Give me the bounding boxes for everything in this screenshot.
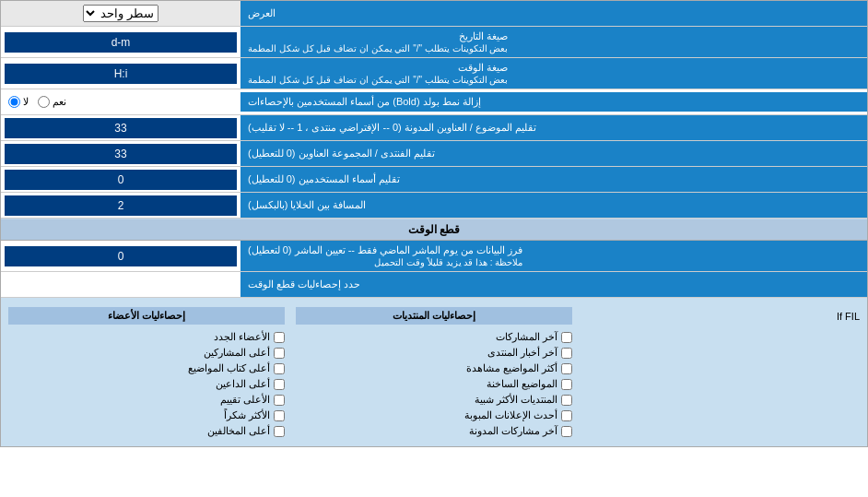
cb-hot-topics-input[interactable] <box>561 379 572 390</box>
stats-left-col: If FIL <box>580 303 863 441</box>
cb-forum-news: آخر أخبار المنتدى <box>296 347 572 359</box>
cb-top-posters-input[interactable] <box>274 348 285 359</box>
time-format-input-area <box>1 58 240 89</box>
radio-yes-input[interactable] <box>38 96 50 108</box>
forum-order-input-area <box>1 141 240 166</box>
cutoff-input[interactable] <box>5 246 237 266</box>
date-format-input-area <box>1 27 240 57</box>
cb-top-rated-input[interactable] <box>274 395 285 406</box>
stats-apply-label: حدد إحصاءليات قطع الوقت <box>240 272 867 297</box>
forum-stats-title: إحصاءليات المنتديات <box>296 307 572 325</box>
cb-classified-ads-input[interactable] <box>561 410 572 421</box>
cutoff-input-area <box>1 241 240 271</box>
cb-most-viewed-input[interactable] <box>561 363 572 374</box>
cb-top-violators-input[interactable] <box>274 426 285 437</box>
cb-new-members-input[interactable] <box>274 332 285 343</box>
user-names-row: تقليم أسماء المستخدمين (0 للتعطيل) <box>1 167 867 193</box>
forum-order-row: تقليم الفنتدى / المجموعة العناوين (0 للت… <box>1 141 867 167</box>
user-names-input[interactable] <box>5 170 237 190</box>
date-format-label: صيغة التاريخ بعض التكوينات يتطلب "/" الت… <box>240 27 867 57</box>
topic-order-label: تقليم الموضوع / العناوين المدونة (0 -- ا… <box>240 115 867 140</box>
member-stats-title: إحصاءليات الأعضاء <box>8 307 285 325</box>
forum-stats-col: إحصاءليات المنتديات آخر المشاركات آخر أخ… <box>292 303 576 441</box>
stats-apply-input-area <box>1 272 240 297</box>
radio-yes-item: نعم <box>38 96 66 108</box>
cutoff-time-title-row: قطع الوقت <box>1 219 867 241</box>
cb-similar-forums-input[interactable] <box>561 395 572 406</box>
stats-apply-row: حدد إحصاءليات قطع الوقت <box>1 272 867 298</box>
cb-similar-forums: المنتديات الأكثر شبية <box>296 394 572 406</box>
cb-top-rated: الأعلى تقييم <box>8 394 285 406</box>
bold-remove-label: إزالة نمط بولد (Bold) من أسماء المستخدمي… <box>240 92 867 112</box>
cutoff-input-label: فرز البيانات من يوم الماشر الماضي فقط --… <box>240 241 867 271</box>
display-select[interactable]: سطر واحد سطرين ثلاثة أسطر <box>83 5 158 22</box>
cb-last-posts-input[interactable] <box>561 332 572 343</box>
gap-label: المسافة بين الخلايا (بالبكسل) <box>240 193 867 218</box>
cb-top-violators: أعلى المخالفين <box>8 425 285 437</box>
cb-blog-posts-input[interactable] <box>561 426 572 437</box>
main-container: العرض سطر واحد سطرين ثلاثة أسطر صيغة الت… <box>0 0 868 447</box>
cb-top-posters: أعلى المشاركين <box>8 347 285 359</box>
cb-classified-ads: أحدث الإعلانات المبوبة <box>296 409 572 421</box>
display-select-area: سطر واحد سطرين ثلاثة أسطر <box>1 1 240 26</box>
cb-last-posts: آخر المشاركات <box>296 331 572 343</box>
user-names-input-area <box>1 167 240 192</box>
forum-order-label: تقليم الفنتدى / المجموعة العناوين (0 للت… <box>240 141 867 166</box>
cb-top-topic-writers-input[interactable] <box>274 363 285 374</box>
user-names-label: تقليم أسماء المستخدمين (0 للتعطيل) <box>240 167 867 192</box>
cb-new-members: الأعضاء الجدد <box>8 331 285 343</box>
cb-top-topic-writers: أعلى كتاب المواضيع <box>8 362 285 374</box>
date-format-row: صيغة التاريخ بعض التكوينات يتطلب "/" الت… <box>1 27 867 58</box>
header-row: العرض سطر واحد سطرين ثلاثة أسطر <box>1 1 867 27</box>
topic-order-row: تقليم الموضوع / العناوين المدونة (0 -- ا… <box>1 115 867 141</box>
checkboxes-section: If FIL إحصاءليات المنتديات آخر المشاركات… <box>1 298 867 446</box>
display-label: العرض <box>240 1 867 26</box>
cutoff-input-row: فرز البيانات من يوم الماشر الماضي فقط --… <box>1 241 867 272</box>
forum-order-input[interactable] <box>5 144 237 164</box>
member-stats-col: إحصاءليات الأعضاء الأعضاء الجدد أعلى الم… <box>5 303 288 441</box>
gap-row: المسافة بين الخلايا (بالبكسل) <box>1 193 867 219</box>
cb-blog-posts: آخر مشاركات المدونة <box>296 425 572 437</box>
gap-input[interactable] <box>5 195 237 216</box>
cb-hot-topics: المواضيع الساخنة <box>296 378 572 390</box>
time-format-input[interactable] <box>5 64 237 84</box>
cb-most-thanked: الأكثر شكراً <box>8 409 285 421</box>
cb-top-inviters: أعلى الداعين <box>8 378 285 390</box>
date-format-input[interactable] <box>5 32 237 53</box>
topic-order-input[interactable] <box>5 118 237 138</box>
time-format-label: صيغة الوقت بعض التكوينات يتطلب "/" التي … <box>240 58 867 89</box>
cb-top-inviters-input[interactable] <box>274 379 285 390</box>
bold-remove-row: إزالة نمط بولد (Bold) من أسماء المستخدمي… <box>1 89 867 115</box>
cb-forum-news-input[interactable] <box>561 348 572 359</box>
cutoff-time-title: قطع الوقت <box>1 219 867 240</box>
radio-no-item: لا <box>8 96 29 108</box>
time-format-row: صيغة الوقت بعض التكوينات يتطلب "/" التي … <box>1 58 867 89</box>
cb-most-thanked-input[interactable] <box>274 410 285 421</box>
topic-order-input-area <box>1 115 240 140</box>
cb-most-viewed: أكثر المواضيع مشاهدة <box>296 362 572 374</box>
gap-input-area <box>1 193 240 218</box>
bold-remove-radio-area: نعم لا <box>1 94 240 110</box>
radio-no-input[interactable] <box>8 96 20 108</box>
